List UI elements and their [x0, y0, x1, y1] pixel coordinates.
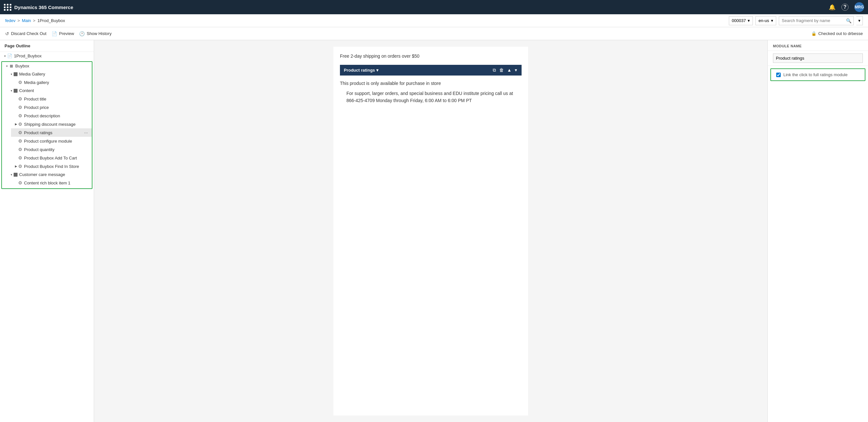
sidebar-item-customer-care[interactable]: ▾ Customer care message — [6, 170, 92, 178]
search-box: 🔍 — [779, 16, 854, 25]
history-button[interactable]: 🕐 Show History — [79, 31, 112, 36]
chevron-icon[interactable]: ▾ — [9, 89, 13, 93]
tree-container: ▾ ▦ Buybox ▾ Media Gallery ⚙ Media galle… — [1, 61, 92, 189]
gear-icon: ⚙ — [18, 164, 22, 169]
chevron-down-icon: ▾ — [771, 18, 773, 23]
breadcrumb-right: 000037 ▾ en-us ▾ 🔍 ▾ — [729, 16, 863, 25]
module-icon: ▦ — [9, 64, 13, 68]
module-icon — [13, 89, 18, 93]
chevron-down-icon: ▾ — [748, 18, 750, 23]
help-icon[interactable]: ? — [841, 4, 848, 11]
history-icon: 🕐 — [79, 31, 85, 36]
sidebar-item-product-configure[interactable]: ⚙ Product configure module — [11, 137, 92, 145]
undo-icon: ↺ — [5, 31, 9, 36]
delete-icon[interactable]: 🗑 — [499, 67, 504, 73]
move-up-icon[interactable]: ▲ — [506, 67, 512, 73]
module-icon — [13, 173, 18, 176]
content-area: Free 2-day shipping on orders over $50 P… — [94, 40, 768, 422]
search-dropdown[interactable]: ▾ — [856, 16, 863, 25]
chevron-icon[interactable]: ▶ — [13, 122, 18, 126]
sidebar-item-product-ratings[interactable]: ⚙ Product ratings ··· — [11, 128, 92, 137]
panel-section-header: MODULE NAME — [768, 40, 868, 51]
toolbar: ↺ Discard Check Out 📄 Preview 🕐 Show His… — [0, 27, 868, 40]
gear-icon: ⚙ — [18, 147, 22, 152]
app-title: Dynamics 365 Commerce — [14, 4, 73, 10]
right-panel: MODULE NAME Link the click to full ratin… — [768, 40, 868, 422]
locale-dropdown[interactable]: en-us ▾ — [755, 16, 776, 25]
sidebar-item-find-in-store[interactable]: ▶ ⚙ Product Buybox Find In Store — [11, 162, 92, 170]
sidebar-item-content-rich-block[interactable]: ⚙ Content rich block item 1 — [11, 178, 92, 187]
support-message: For support, larger orders, and special … — [346, 90, 522, 104]
breadcrumb-main[interactable]: Main — [22, 18, 31, 23]
chevron-icon[interactable]: ▾ — [4, 64, 9, 68]
avatar[interactable]: MRG — [855, 2, 864, 12]
search-input[interactable] — [779, 18, 844, 23]
ratings-module-bar: Product ratings ▾ ⧉ 🗑 ▲ ▾ — [340, 65, 522, 75]
chevron-icon[interactable]: ▾ — [9, 72, 13, 76]
link-ratings-checkbox-row: Link the click to full ratings module — [770, 68, 865, 81]
sidebar-item-media-gallery-item[interactable]: ⚙ Media gallery — [11, 78, 92, 87]
topbar-actions: 🔔 ? MRG — [829, 2, 864, 12]
gear-icon: ⚙ — [18, 155, 22, 160]
sidebar-item-shipping-discount[interactable]: ▶ ⚙ Shipping discount message — [11, 120, 92, 128]
breadcrumb-fedev[interactable]: fedev — [5, 18, 16, 23]
discard-checkout-button[interactable]: ↺ Discard Check Out — [5, 31, 46, 36]
chevron-icon[interactable]: ▾ — [9, 172, 13, 177]
breadcrumb-sep2: > — [33, 18, 36, 23]
checked-out-info: 🔒 Checked out to drbesse — [811, 31, 863, 36]
move-down-icon[interactable]: ▾ — [514, 67, 518, 73]
gear-icon: ⚙ — [18, 138, 22, 143]
link-ratings-checkbox[interactable] — [776, 73, 781, 77]
breadcrumb-current: 1Prod_Buybox — [37, 18, 65, 23]
gear-icon: ⚙ — [18, 80, 22, 85]
file-icon: 📄 — [7, 54, 12, 58]
sidebar-item-product-price[interactable]: ⚙ Product price — [11, 103, 92, 111]
copy-icon[interactable]: ⧉ — [492, 67, 497, 73]
topbar: Dynamics 365 Commerce 🔔 ? MRG — [0, 0, 868, 14]
sidebar-item-product-quantity[interactable]: ⚙ Product quantity — [11, 145, 92, 154]
sidebar-item-buybox[interactable]: ▾ ▦ Buybox — [2, 62, 92, 70]
breadcrumb-sep1: > — [18, 18, 20, 23]
bell-icon[interactable]: 🔔 — [829, 4, 836, 11]
preview-icon: 📄 — [52, 31, 57, 36]
shipping-message: Free 2-day shipping on orders over $50 — [340, 53, 522, 60]
breadcrumb-bar: fedev > Main > 1Prod_Buybox 000037 ▾ en-… — [0, 14, 868, 27]
ratings-bar-label: Product ratings ▾ — [344, 68, 378, 73]
module-name-input[interactable] — [773, 54, 863, 63]
sidebar: Page Outline ▾ 📄 1Prod_Buybox ▾ ▦ Buybox… — [0, 40, 94, 422]
gear-icon: ⚙ — [18, 130, 22, 135]
module-icon — [13, 72, 18, 76]
main-layout: Page Outline ▾ 📄 1Prod_Buybox ▾ ▦ Buybox… — [0, 40, 868, 422]
sidebar-header: Page Outline — [0, 40, 94, 52]
gear-icon: ⚙ — [18, 105, 22, 110]
chevron-icon[interactable]: ▾ — [3, 54, 7, 58]
link-ratings-label: Link the click to full ratings module — [783, 72, 847, 77]
gear-icon: ⚙ — [18, 122, 22, 127]
spacer — [13, 80, 18, 85]
sidebar-item-content[interactable]: ▾ Content — [6, 87, 92, 95]
chevron-icon[interactable]: ▶ — [13, 164, 18, 168]
lock-icon: 🔒 — [811, 31, 816, 36]
app-launcher-icon[interactable] — [4, 4, 12, 11]
sidebar-item-add-to-cart[interactable]: ⚙ Product Buybox Add To Cart — [11, 154, 92, 162]
dropdown-arrow-icon[interactable]: ▾ — [376, 68, 378, 73]
gear-icon: ⚙ — [18, 113, 22, 118]
id-dropdown[interactable]: 000037 ▾ — [729, 16, 753, 25]
preview-button[interactable]: 📄 Preview — [52, 31, 74, 36]
sidebar-item-product-description[interactable]: ⚙ Product description — [11, 111, 92, 120]
search-button[interactable]: 🔍 — [844, 18, 854, 23]
module-name-field — [768, 51, 868, 66]
tree-root[interactable]: ▾ 📄 1Prod_Buybox — [0, 52, 94, 60]
sidebar-item-media-gallery[interactable]: ▾ Media Gallery — [6, 70, 92, 78]
ratings-bar-icons: ⧉ 🗑 ▲ ▾ — [492, 67, 518, 73]
gear-icon: ⚙ — [18, 96, 22, 101]
page-content: Free 2-day shipping on orders over $50 P… — [334, 47, 528, 416]
store-only-message: This product is only available for purch… — [340, 81, 522, 86]
gear-icon: ⚙ — [18, 180, 22, 185]
more-options-icon[interactable]: ··· — [83, 130, 89, 135]
sidebar-item-product-title[interactable]: ⚙ Product title — [11, 95, 92, 103]
